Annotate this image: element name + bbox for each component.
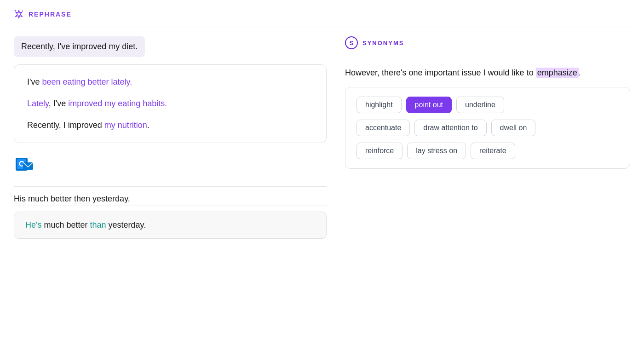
synonym-reinforce[interactable]: reinforce xyxy=(356,143,402,159)
rephrase-line-3[interactable]: Recently, I improved my nutrition. xyxy=(27,119,313,132)
svg-point-1 xyxy=(22,10,23,11)
logo-icon xyxy=(14,9,24,19)
synonym-draw-attention-to[interactable]: draw attention to xyxy=(414,120,486,136)
context-before: However, there's one important issue I w… xyxy=(345,68,536,77)
grammar-corrected-card[interactable]: He's much better than yesterday. xyxy=(14,212,327,239)
input-sentence: Recently, I've improved my diet. xyxy=(14,36,145,57)
synonyms-header: S SYNONYMS xyxy=(345,36,630,55)
synonyms-row-2: accentuate draw attention to dwell on xyxy=(356,120,619,136)
grammar-area: His much better then yesterday. He's muc… xyxy=(14,194,327,239)
synonyms-icon: S xyxy=(345,36,358,49)
rephrase-highlight-1: been eating better lately. xyxy=(42,77,132,86)
synonyms-title: SYNONYMS xyxy=(362,40,404,46)
synonyms-card: highlight point out underline accentuate… xyxy=(345,87,630,169)
rephrase-highlight-2a: Lately xyxy=(27,99,49,108)
rephrase-line-2[interactable]: Lately, I've improved my eating habits. xyxy=(27,98,313,110)
rephrase-highlight-2b: improved my eating habits. xyxy=(68,99,167,108)
app-container: REPHRASE Recently, I've improved my diet… xyxy=(0,0,644,248)
rephrase-line-1[interactable]: I've been eating better lately. xyxy=(27,76,313,88)
right-panel: S SYNONYMS However, there's one importan… xyxy=(345,36,630,239)
context-sentence: However, there's one important issue I w… xyxy=(345,66,630,80)
outlook-icon: O xyxy=(14,154,35,175)
grammar-correction-than: than xyxy=(90,220,106,230)
grammar-correction-hes: He's xyxy=(25,220,41,230)
grammar-original: His much better then yesterday. xyxy=(14,194,327,206)
rephrase-highlight-3: my nutrition xyxy=(104,121,147,130)
synonyms-row-3: reinforce lay stress on reiterate xyxy=(356,143,619,159)
synonym-reiterate[interactable]: reiterate xyxy=(471,143,515,159)
synonym-lay-stress-on[interactable]: lay stress on xyxy=(407,143,466,159)
context-after: . xyxy=(579,68,581,77)
context-highlight: emphasize xyxy=(536,68,579,78)
app-icon-area: O xyxy=(14,150,327,179)
synonym-underline[interactable]: underline xyxy=(456,97,504,113)
grammar-error-then: then xyxy=(74,194,90,203)
synonym-accentuate[interactable]: accentuate xyxy=(356,120,410,136)
synonym-highlight[interactable]: highlight xyxy=(356,97,402,113)
svg-point-0 xyxy=(15,10,16,11)
header: REPHRASE xyxy=(14,9,630,27)
synonym-dwell-on[interactable]: dwell on xyxy=(491,120,536,136)
rephrased-card: I've been eating better lately. Lately, … xyxy=(14,64,327,143)
divider-1 xyxy=(14,186,327,187)
grammar-error-his: His xyxy=(14,194,26,203)
synonyms-row-1: highlight point out underline xyxy=(356,97,619,113)
main-layout: Recently, I've improved my diet. I've be… xyxy=(14,36,630,239)
left-panel: Recently, I've improved my diet. I've be… xyxy=(14,36,327,239)
synonym-point-out[interactable]: point out xyxy=(406,97,452,113)
app-title: REPHRASE xyxy=(29,11,72,18)
